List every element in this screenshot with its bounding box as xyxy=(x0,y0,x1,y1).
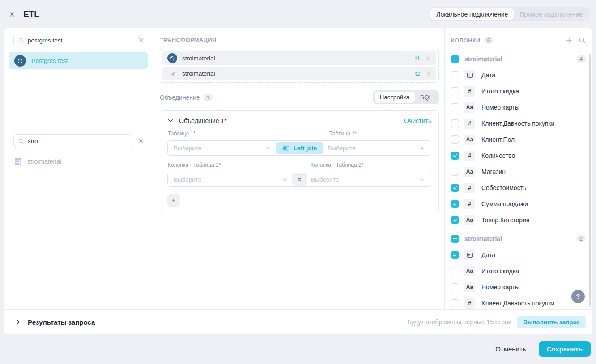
column-checkbox[interactable] xyxy=(451,267,459,275)
column-label: Итого скидка xyxy=(481,267,519,275)
column-checkbox[interactable] xyxy=(451,283,459,291)
column1-select[interactable]: Выберите xyxy=(169,172,292,186)
hash-icon: # xyxy=(464,119,475,129)
table1-select[interactable]: Выберите xyxy=(169,141,276,155)
results-title: Результаты запроса xyxy=(28,318,95,326)
search-icon xyxy=(18,138,24,144)
remove-icon[interactable] xyxy=(426,71,431,76)
left-join-icon xyxy=(282,145,290,151)
text-type-icon: Aa xyxy=(464,215,475,225)
group-count-badge: 4 xyxy=(577,55,586,63)
join-type-button[interactable]: Left join xyxy=(276,142,324,154)
join-count-badge: 1 xyxy=(204,94,213,101)
save-button[interactable]: Сохранить xyxy=(539,341,591,357)
column-checkbox[interactable] xyxy=(451,216,459,224)
column-checkbox[interactable] xyxy=(451,103,459,111)
column-checkbox[interactable] xyxy=(451,71,459,79)
text-type-icon: Aa xyxy=(464,135,475,145)
join-section-label: Объединение xyxy=(160,94,200,101)
join-type-label: Left join xyxy=(294,145,317,152)
table1-select-placeholder: Выберите xyxy=(174,145,201,152)
chevron-down-icon[interactable] xyxy=(167,118,174,124)
hash-icon: # xyxy=(464,183,475,193)
column-row: AaНомер карты xyxy=(451,279,586,295)
connection-search[interactable] xyxy=(13,34,132,47)
transformation-dropzone[interactable]: stroimaterialt1stroimaterialt2 xyxy=(160,49,439,83)
table-icon xyxy=(14,157,22,165)
join-operator-button[interactable]: = xyxy=(292,173,307,186)
close-icon[interactable] xyxy=(6,8,18,20)
group-label: stroimaterial xyxy=(464,55,502,63)
column-checkbox[interactable] xyxy=(451,200,459,208)
tab-settings[interactable]: Настройка xyxy=(375,92,415,103)
table-item-stroimaterial[interactable]: stroimaterial xyxy=(4,157,154,165)
connection-search-clear-icon[interactable] xyxy=(138,38,144,43)
column-checkbox[interactable] xyxy=(451,168,459,176)
local-connection-tab[interactable]: Локальное подключение xyxy=(430,8,514,20)
calendar-icon xyxy=(464,70,475,80)
table1-label: Таблица 1* xyxy=(168,131,196,137)
help-button[interactable]: ? xyxy=(571,290,585,303)
column-checkbox[interactable] xyxy=(451,119,459,127)
chevron-down-icon xyxy=(419,177,425,182)
transformation-table-alias: t2 xyxy=(415,70,420,77)
column-group-row: stroimaterial2 xyxy=(451,231,586,247)
chevron-down-icon xyxy=(265,145,271,151)
cancel-button[interactable]: Отменить xyxy=(491,342,531,356)
column1-label: Колонка - Таблица 1* xyxy=(168,162,221,168)
join-card: Объединение 1* Очистить Таблица 1* Табли… xyxy=(160,110,439,213)
postgres-icon xyxy=(167,53,177,63)
connection-item-postgres-test[interactable]: Postgres test xyxy=(9,52,148,69)
direct-connection-tab[interactable]: Прямое подключение xyxy=(514,8,588,20)
group-checkbox[interactable] xyxy=(451,235,459,243)
column-checkbox[interactable] xyxy=(451,152,459,160)
column-checkbox[interactable] xyxy=(451,299,459,307)
text-type-icon: Aa xyxy=(464,167,475,177)
table2-select[interactable]: Выберите xyxy=(323,141,430,155)
hash-icon: # xyxy=(464,151,475,161)
join-section-header: Объединение 1 Настройка SQL xyxy=(160,90,439,104)
transformation-item[interactable]: stroimaterialt1 xyxy=(162,51,436,65)
columns-list: stroimaterial4Дата#Итого скидкаAaНомер к… xyxy=(451,51,586,309)
column-row: AaКлиент.Пол xyxy=(451,131,586,148)
table-search-input[interactable] xyxy=(28,138,128,144)
main-card: Postgres test stroimaterial ТРАНСФОРМАЦИ… xyxy=(4,28,592,334)
chevron-right-icon[interactable] xyxy=(15,319,21,325)
columns-title: КОЛОНКИ xyxy=(451,37,481,44)
column-label: Итого скидка xyxy=(481,88,519,95)
column-row: #Сумма продажи xyxy=(451,196,586,212)
run-query-button[interactable]: Выполнить запрос xyxy=(517,316,586,328)
group-checkbox[interactable] xyxy=(451,55,459,63)
column-row: #Количество xyxy=(451,148,586,164)
postgres-icon xyxy=(14,55,26,67)
column-checkbox[interactable] xyxy=(451,184,459,192)
tab-sql[interactable]: SQL xyxy=(415,92,438,103)
table-search-clear-icon[interactable] xyxy=(138,138,144,144)
join-view-toggle: Настройка SQL xyxy=(373,90,439,104)
add-condition-button[interactable]: + xyxy=(167,194,180,207)
remove-icon[interactable] xyxy=(426,56,431,61)
transformation-item[interactable]: stroimaterialt2 xyxy=(162,67,436,80)
column2-select[interactable]: Выберите xyxy=(307,172,430,186)
table-search[interactable] xyxy=(13,134,132,148)
join-card-title: Объединение 1* xyxy=(179,117,227,124)
connection-search-row xyxy=(4,34,154,47)
transformation-list: stroimaterialt1stroimaterialt2 xyxy=(162,51,436,80)
chevron-down-icon xyxy=(419,145,425,151)
connection-search-input[interactable] xyxy=(28,37,128,44)
column-checkbox[interactable] xyxy=(451,251,459,259)
column-checkbox[interactable] xyxy=(451,135,459,144)
add-column-icon[interactable] xyxy=(566,37,573,44)
connection-mode-toggle: Локальное подключение Прямое подключение xyxy=(429,7,590,21)
column-checkbox[interactable] xyxy=(451,87,459,95)
column-label: Количество xyxy=(481,152,515,159)
column-label: Магазин xyxy=(481,168,506,175)
search-columns-icon[interactable] xyxy=(579,37,586,44)
dart-icon xyxy=(167,68,177,78)
columns-panel: КОЛОНКИ 6 stroimaterial4Дата#Итого скидк… xyxy=(445,28,592,309)
clear-join-button[interactable]: Очистить xyxy=(404,117,431,124)
column-label: Клиент.Давность покупки xyxy=(481,300,554,307)
columns-scrollbar[interactable] xyxy=(589,54,591,307)
hash-icon: # xyxy=(464,298,475,309)
column-row: Дата xyxy=(451,247,586,263)
